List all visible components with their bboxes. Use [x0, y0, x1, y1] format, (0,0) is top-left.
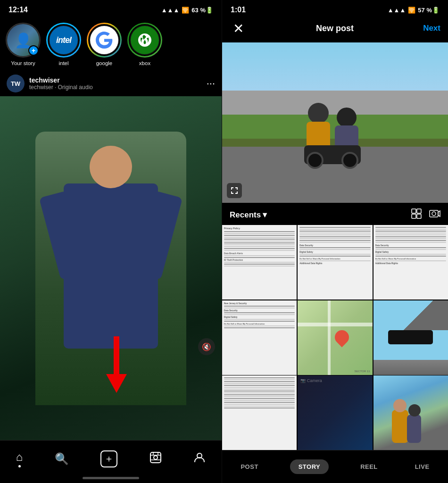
helmet-front	[337, 108, 357, 127]
instagram-feed-panel: 12:14 ▲▲▲ 🛜 63 %🔋 + Your story intel	[0, 0, 222, 483]
person2-head	[408, 404, 421, 416]
grid-doc-1: Privacy Policy Data Breach Alerts ID The…	[222, 225, 297, 300]
svg-rect-11	[417, 214, 421, 218]
grid-cell-7[interactable]	[222, 375, 297, 450]
story-label-xbox: xbox	[139, 60, 150, 66]
post-preview-image	[222, 42, 448, 203]
nav-home[interactable]: ⌂	[8, 447, 31, 471]
svg-rect-1	[150, 452, 161, 463]
new-post-title: New post	[316, 24, 354, 33]
nav-search[interactable]: 🔍	[47, 449, 76, 469]
post-more-button[interactable]: ···	[207, 77, 215, 90]
grid-doc-3: Data Security Digital Safety Do Not Sell…	[373, 225, 448, 300]
wifi-icon-right: 🛜	[408, 7, 415, 14]
story-item-xbox[interactable]: xbox	[127, 23, 162, 66]
intel-story-ring: intel	[46, 23, 81, 58]
arrow-overlay	[106, 374, 127, 393]
grid-cell-bike[interactable]	[373, 300, 448, 375]
home-active-dot	[18, 465, 21, 467]
helmet-back	[308, 103, 329, 124]
new-post-panel: 1:01 ▲▲▲ 🛜 57 %🔋 ✕ New post Next	[222, 0, 448, 483]
bottom-nav: ⌂ 🔍 ＋	[0, 440, 222, 477]
dark-content: 📷 Camera	[298, 375, 372, 450]
grid-cell-4[interactable]: New Jersey & Security Data Security Digi…	[222, 300, 297, 375]
story-label-intel: intel	[58, 60, 68, 66]
camera-recents-icon[interactable]	[429, 208, 440, 221]
add-post-button[interactable]: ＋	[100, 450, 117, 467]
post-username: techwiser	[29, 76, 207, 84]
tab-reel[interactable]: REEL	[355, 459, 383, 474]
recents-header: Recents ▾	[222, 203, 448, 225]
time-right: 1:01	[231, 6, 246, 14]
status-bar-left: 12:14 ▲▲▲ 🛜 63 %🔋	[0, 0, 222, 18]
grid-cell-people[interactable]	[373, 375, 448, 450]
map-road-h	[298, 323, 372, 326]
recents-dropdown-button[interactable]: Recents ▾	[230, 210, 267, 220]
tab-post[interactable]: POST	[235, 459, 264, 474]
story-item-google[interactable]: google	[87, 23, 122, 66]
post-avatar: TW	[7, 75, 25, 92]
post-type-tabs: POST STORY REEL LIVE	[222, 450, 448, 483]
battery-icon-right: 57 %🔋	[418, 7, 440, 14]
tab-live[interactable]: LIVE	[409, 459, 435, 474]
chevron-down-icon: ▾	[263, 210, 267, 220]
status-icons-right: ▲▲▲ 🛜 57 %🔋	[388, 7, 440, 14]
story-item-intel[interactable]: intel intel	[46, 23, 81, 66]
next-button[interactable]: Next	[423, 24, 440, 33]
story-label-google: google	[96, 60, 113, 66]
grid-cell-1[interactable]: Privacy Policy Data Breach Alerts ID The…	[222, 225, 297, 300]
svg-point-13	[432, 212, 436, 216]
person1-body	[392, 410, 408, 443]
feed-image: 🔇	[0, 96, 222, 440]
grid-doc-7	[222, 375, 297, 450]
post-subtitle: techwiser · Original audio	[29, 84, 207, 91]
svg-rect-12	[430, 210, 438, 217]
bike-content	[373, 330, 448, 375]
arrow-head	[106, 374, 127, 393]
google-logo	[90, 26, 118, 54]
bike-shape	[388, 330, 433, 344]
volume-icon[interactable]: 🔇	[198, 338, 215, 355]
xbox-logo	[131, 26, 159, 54]
post-info: techwiser techwiser · Original audio	[29, 76, 207, 91]
svg-rect-10	[412, 214, 416, 218]
svg-rect-8	[412, 209, 416, 213]
status-icons-left: ▲▲▲ 🛜 63 %🔋	[161, 7, 213, 14]
person2-body	[407, 415, 421, 443]
story-label-your-story: Your story	[11, 60, 35, 66]
story-item-your-story[interactable]: + Your story	[6, 23, 41, 66]
nav-profile[interactable]	[186, 448, 213, 470]
profile-icon	[193, 451, 206, 466]
grid-select-icon[interactable]	[411, 208, 422, 221]
nav-reels[interactable]	[142, 448, 169, 470]
grid-cell-map[interactable]: SECTOR 11	[298, 300, 372, 375]
grid-cell-8[interactable]: 📷 Camera	[298, 375, 372, 450]
moto-wheel-front	[341, 152, 358, 169]
svg-point-2	[154, 456, 158, 459]
map-road-v	[328, 300, 331, 375]
close-button[interactable]: ✕	[230, 20, 247, 37]
moto-group	[304, 103, 361, 155]
search-icon: 🔍	[55, 452, 69, 466]
moto-wheel-back	[307, 152, 324, 169]
post-header: TW techwiser techwiser · Original audio …	[0, 71, 222, 96]
map-content: SECTOR 11	[298, 300, 372, 375]
intel-logo: intel	[50, 26, 78, 54]
plus-icon: ＋	[104, 452, 114, 465]
expand-button[interactable]	[227, 183, 242, 198]
tab-story[interactable]: STORY	[290, 459, 329, 474]
grid-doc-4: New Jersey & Security Data Security Digi…	[222, 300, 297, 375]
home-icon: ⌂	[16, 450, 23, 464]
grid-cell-3[interactable]: Data Security Digital Safety Do Not Sell…	[373, 225, 448, 300]
svg-rect-9	[417, 209, 421, 213]
people-silhouettes	[373, 375, 448, 450]
xbox-story-inner	[129, 24, 161, 56]
arrow-shaft	[114, 336, 119, 374]
home-indicator	[83, 477, 139, 479]
map-pin	[332, 327, 352, 347]
google-story-inner	[88, 24, 120, 56]
add-story-badge: +	[28, 45, 39, 56]
grid-cell-2[interactable]: Data Security Digital Safety Do Not Sell…	[298, 225, 372, 300]
nav-add[interactable]: ＋	[93, 447, 125, 471]
intel-story-inner: intel	[48, 24, 80, 56]
